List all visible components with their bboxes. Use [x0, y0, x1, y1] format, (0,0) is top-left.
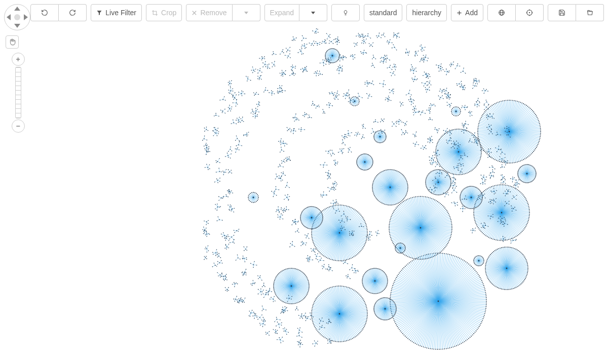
svg-line-6648	[431, 105, 432, 108]
svg-point-3851	[247, 80, 248, 82]
svg-point-5668	[439, 91, 440, 92]
svg-point-1507	[480, 156, 481, 157]
svg-point-1744	[501, 289, 502, 290]
pan-up-button[interactable]	[14, 7, 20, 11]
svg-point-2336	[381, 292, 382, 293]
zoom-out-button[interactable]: −	[12, 119, 25, 133]
svg-point-6656	[432, 105, 433, 106]
svg-point-4498	[496, 135, 497, 136]
svg-point-83	[452, 346, 453, 347]
svg-point-2590	[303, 225, 304, 226]
svg-line-7257	[415, 144, 419, 145]
svg-line-4973	[229, 236, 232, 237]
expand-button[interactable]: Expand	[264, 4, 299, 21]
svg-point-6150	[292, 245, 293, 246]
svg-point-6606	[414, 100, 415, 101]
svg-point-4828	[268, 294, 269, 295]
svg-point-6674	[430, 119, 431, 120]
svg-point-1533	[469, 171, 470, 172]
svg-point-6254	[289, 187, 290, 188]
svg-point-4011	[320, 42, 321, 43]
svg-point-3320	[301, 337, 302, 338]
expand-dropdown-button[interactable]	[299, 4, 327, 21]
svg-point-2757	[393, 301, 394, 302]
svg-point-2705	[375, 314, 376, 315]
svg-point-4834	[270, 288, 271, 289]
svg-point-6503	[349, 97, 350, 98]
pan-center-button[interactable]	[14, 14, 20, 20]
zoom-slider[interactable]	[15, 67, 21, 118]
idea-button[interactable]	[331, 4, 360, 21]
pan-down-button[interactable]	[14, 24, 20, 28]
svg-point-392	[527, 156, 528, 157]
svg-point-5458	[336, 70, 337, 71]
svg-point-5247	[252, 109, 253, 110]
svg-point-916	[484, 234, 485, 235]
svg-point-7244	[404, 134, 405, 135]
svg-point-1706	[525, 278, 526, 279]
remove-dropdown-button[interactable]	[233, 4, 260, 21]
svg-point-2701	[376, 316, 377, 317]
svg-point-3600	[215, 265, 216, 266]
graph-canvas[interactable]	[0, 0, 608, 364]
svg-point-402	[520, 160, 521, 161]
undo-button[interactable]	[30, 4, 59, 21]
svg-point-3660	[209, 169, 210, 170]
svg-line-4864	[264, 295, 266, 298]
svg-point-1515	[478, 161, 479, 163]
pan-right-button[interactable]	[24, 14, 28, 20]
svg-point-5229	[257, 114, 258, 115]
svg-point-1969	[375, 177, 376, 178]
svg-point-5286	[272, 93, 273, 94]
crop-button[interactable]: Crop	[146, 4, 182, 21]
svg-point-1679	[479, 143, 480, 144]
remove-button[interactable]: Remove	[186, 4, 232, 21]
svg-point-5010	[234, 232, 235, 233]
svg-point-5308	[279, 91, 280, 92]
svg-point-3571	[223, 276, 224, 277]
svg-point-6259	[286, 185, 287, 186]
svg-point-3440	[254, 318, 255, 319]
svg-point-4676	[507, 224, 508, 225]
svg-point-3599	[214, 263, 215, 264]
svg-line-4308	[463, 71, 466, 73]
svg-point-6854	[463, 208, 464, 209]
svg-point-6345	[283, 143, 284, 144]
svg-point-7114	[348, 148, 349, 149]
svg-point-6453	[336, 97, 337, 98]
svg-point-6653	[430, 103, 431, 104]
redo-button[interactable]	[59, 4, 87, 21]
globe-button[interactable]	[487, 4, 516, 21]
svg-point-2400	[370, 268, 371, 269]
svg-point-5972	[490, 216, 491, 217]
svg-point-1454	[346, 287, 347, 288]
pan-left-button[interactable]	[7, 14, 11, 20]
open-button[interactable]	[576, 4, 604, 21]
add-button[interactable]: Add	[451, 4, 483, 21]
svg-point-1247	[356, 211, 357, 212]
target-button[interactable]	[516, 4, 544, 21]
svg-point-1601	[436, 148, 437, 149]
svg-point-6495	[353, 102, 354, 103]
grouping-select[interactable]: hierarchy	[406, 4, 447, 21]
svg-point-3958	[283, 49, 284, 50]
svg-point-1326	[346, 340, 347, 341]
svg-point-2322	[387, 285, 388, 286]
svg-point-1726	[514, 288, 515, 289]
svg-point-4912	[253, 267, 254, 268]
live-filter-button[interactable]: Live Filter	[91, 4, 142, 21]
layout-select[interactable]: standard	[364, 4, 402, 21]
svg-point-5593	[410, 70, 411, 71]
svg-point-5736	[447, 102, 448, 103]
svg-point-629	[441, 251, 442, 252]
svg-point-1720	[518, 286, 519, 287]
svg-point-2501	[461, 191, 462, 192]
svg-point-6272	[285, 175, 286, 176]
save-button[interactable]	[548, 4, 576, 21]
zoom-in-button[interactable]: +	[12, 53, 25, 66]
svg-point-7397	[444, 196, 445, 197]
svg-point-6740	[457, 148, 458, 149]
svg-point-2465	[470, 208, 471, 209]
hand-tool-button[interactable]	[6, 35, 19, 49]
svg-point-1440	[335, 286, 336, 287]
